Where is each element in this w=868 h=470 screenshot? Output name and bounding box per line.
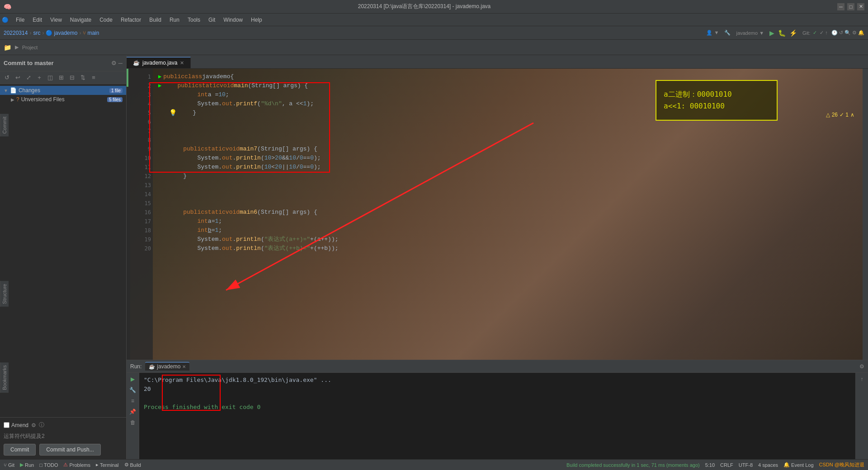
amend-settings[interactable]: ⚙ [31, 422, 36, 428]
menu-window[interactable]: Window [220, 15, 246, 24]
commit-minimize-icon[interactable]: ─ [118, 60, 123, 66]
line-num-10: 10 [132, 154, 151, 163]
status-bar: ⑂ Git ▶ Run □ TODO ⚠ Problems ▸ Terminal… [0, 459, 868, 470]
menu-tools[interactable]: Tools [184, 15, 204, 24]
menu-view[interactable]: View [47, 15, 66, 24]
run-label2: Run [25, 462, 34, 468]
main-toolbar: 📁 ▶ Project [0, 40, 868, 55]
menu-code[interactable]: Code [96, 15, 116, 24]
status-event-log[interactable]: 🔔 Event Log [783, 462, 814, 468]
tab-close-icon[interactable]: ✕ [180, 60, 184, 66]
code-line-6 [158, 118, 857, 127]
code-line-11: System.out.println(10 < 20 || 10 / 0 == … [158, 163, 857, 172]
run-play-icon[interactable]: ▶ [128, 375, 137, 384]
rollback-btn[interactable]: ⤢ [24, 73, 33, 83]
run-tab-close[interactable]: ✕ [182, 364, 186, 369]
commit-panel: Commit to master ⚙ ─ ↺ ↩ ⤢ + ◫ ⊞ ⊟ ⇅ ≡ ▼… [0, 55, 127, 459]
side-commit-label[interactable]: Commit [0, 114, 9, 136]
amend-info[interactable]: ⓘ [39, 421, 44, 429]
amend-label[interactable]: Amend [4, 422, 28, 428]
commit-message-input[interactable]: 运算符代码提及2 [4, 432, 123, 440]
menu-navigate[interactable]: Navigate [66, 15, 95, 24]
menu-refactor[interactable]: Refactor [117, 15, 145, 24]
breadcrumb-sep3: › [79, 30, 81, 36]
run-wrench-icon[interactable]: 🔧 [128, 385, 137, 395]
menu-run[interactable]: Run [166, 15, 183, 24]
gutter-mark-2 [127, 78, 128, 87]
close-button[interactable]: ✕ [857, 3, 864, 10]
breadcrumb-branch[interactable]: ⑂ main [83, 30, 99, 36]
tree-arrow-unversioned: ▶ [11, 97, 14, 102]
run-trash-icon[interactable]: 🗑 [128, 418, 137, 427]
breadcrumb-src[interactable]: src [33, 30, 40, 36]
expand-btn[interactable]: ⊞ [56, 73, 66, 83]
run-tab-javademo[interactable]: ☕ javademo ✕ [145, 362, 189, 371]
tab-icon: ☕ [133, 60, 140, 66]
title-bar-center: 20220314 [D:\java语言仓库\20220314] - javade… [11, 3, 837, 10]
line-num-6: 6 [132, 118, 151, 127]
amend-checkbox[interactable] [4, 422, 9, 428]
code-line-10: System.out.println(10 > 20 && 10 / 0 == … [158, 154, 857, 163]
code-line-17: int a=1; [158, 217, 857, 226]
collapse-icon[interactable]: ∧ [850, 112, 854, 118]
breadcrumb-sep1: › [29, 30, 31, 36]
line-num-12: 12 [132, 172, 151, 181]
menu-git[interactable]: Git [205, 15, 219, 24]
maximize-button[interactable]: □ [847, 3, 854, 10]
editor-tab-javademo[interactable]: ☕ javademo.java ✕ [127, 57, 191, 68]
build-label: Build [130, 462, 141, 468]
status-terminal[interactable]: ▸ Terminal [96, 462, 119, 468]
unversioned-icon: ? [16, 96, 19, 103]
tree-item-changes[interactable]: ▼ 📄 Changes 1 file [0, 86, 126, 95]
commit-settings-icon[interactable]: ⚙ [111, 60, 117, 66]
menu-build[interactable]: Build [146, 15, 165, 24]
run-up-icon[interactable]: ↑ [858, 375, 867, 384]
side-bookmarks-label[interactable]: Bookmarks [0, 362, 9, 393]
breadcrumb-package[interactable]: 🔵 javademo [46, 30, 77, 36]
right-scrollbar[interactable] [863, 69, 868, 360]
breadcrumb-project[interactable]: 20220314 [4, 30, 28, 36]
gutter-mark-1 [127, 69, 128, 78]
status-position[interactable]: 5:10 [705, 462, 715, 468]
status-problems[interactable]: ⚠ Problems [63, 462, 90, 468]
status-todo[interactable]: □ TODO [39, 462, 58, 468]
tree-item-unversioned[interactable]: ▶ ? Unversioned Files 5 files [0, 95, 126, 104]
commit-panel-title: Commit to master [4, 60, 54, 66]
status-indent[interactable]: 4 spaces [758, 462, 778, 468]
status-charset[interactable]: UTF-8 [739, 462, 753, 468]
run-output-line3 [144, 394, 851, 403]
run-settings-icon[interactable]: ⚙ [859, 363, 864, 370]
minimize-button[interactable]: ─ [837, 3, 844, 10]
collapse-btn[interactable]: ⊟ [67, 73, 77, 83]
run-arrow-1: ▶ [158, 72, 161, 81]
undo-btn[interactable]: ↩ [13, 73, 23, 83]
side-structure-label[interactable]: Structure [0, 281, 9, 307]
line-num-9: 9 [132, 145, 151, 154]
code-line-3: int a = 10; [158, 90, 857, 99]
stage-btn[interactable]: + [34, 73, 44, 83]
line-num-3: 3 [132, 90, 151, 99]
commit-button[interactable]: Commit [4, 444, 36, 456]
code-editor[interactable]: ▶ public class javademo { ▶ public stati… [153, 69, 863, 360]
commit-push-button[interactable]: Commit and Push... [39, 444, 100, 456]
status-crlf[interactable]: CRLF [720, 462, 733, 468]
unversioned-label: Unversioned Files [21, 96, 107, 103]
menu-edit[interactable]: Edit [29, 15, 46, 24]
run-output-line1: "C:\Program Files\Java\jdk1.8.0_192\bin\… [144, 376, 851, 385]
code-line-14 [158, 190, 857, 199]
run-panel-header: Run: ☕ javademo ✕ ⚙ [127, 360, 868, 373]
status-git[interactable]: ⑂ Git [4, 462, 14, 468]
run-pin-icon[interactable]: 📌 [128, 407, 137, 416]
git-icon: ⑂ [4, 462, 7, 468]
changes-badge: 1 file [109, 88, 123, 93]
run-lines-icon[interactable]: ≡ [128, 396, 137, 405]
app-logo: 🔵 [2, 17, 9, 23]
refresh-btn[interactable]: ↺ [2, 73, 12, 83]
menu-file[interactable]: File [12, 15, 28, 24]
menu-help[interactable]: Help [247, 15, 266, 24]
sort-btn[interactable]: ⇅ [78, 73, 88, 83]
status-build[interactable]: ⚙ Build [124, 462, 141, 468]
group-btn[interactable]: ≡ [89, 73, 99, 83]
title-bar: 🧠 20220314 [D:\java语言仓库\20220314] - java… [0, 0, 868, 14]
diff-btn[interactable]: ◫ [45, 73, 55, 83]
